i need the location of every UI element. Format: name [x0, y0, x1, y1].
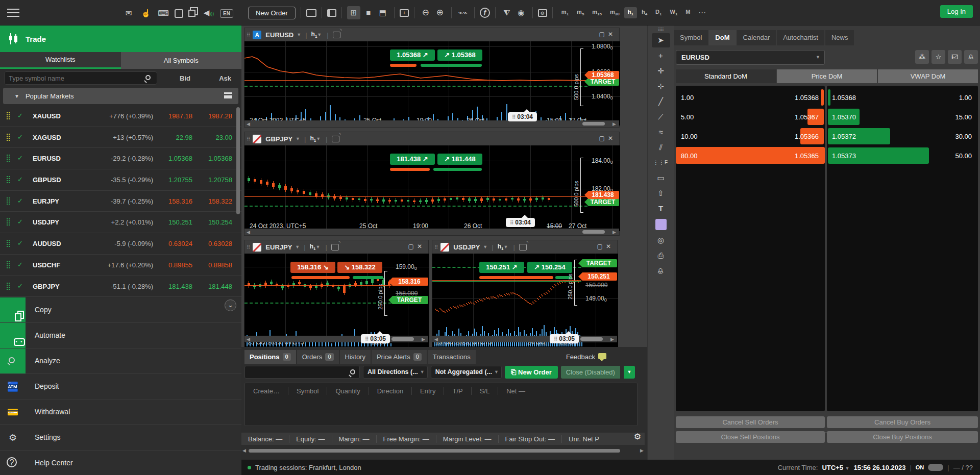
dom-buy-row[interactable]: 1.0537350.00	[827, 147, 978, 166]
timeframe-h4[interactable]: h4	[638, 7, 651, 18]
crosshair-tool-icon[interactable]: +	[652, 48, 670, 63]
close-options-dropdown[interactable]: ▼	[624, 366, 635, 379]
connection-toggle[interactable]	[928, 464, 943, 471]
watchlist-ask[interactable]: 23.00	[215, 134, 232, 141]
table-header-7[interactable]: Net —	[498, 387, 533, 395]
table-header-6[interactable]: S/L	[472, 387, 499, 395]
indicators-icon[interactable]: f	[480, 8, 490, 18]
group-header-popular-markets[interactable]: ▼ Popular Markets	[3, 88, 238, 104]
chart-timeframe[interactable]: h1	[498, 243, 504, 251]
bottom-horizontal-scrollbar[interactable]: ◀ ▶	[241, 447, 645, 454]
split-view-icon[interactable]: ⬒	[377, 7, 389, 19]
chart-timeframe[interactable]: h1	[310, 243, 316, 251]
close-disabled-button[interactable]: Close (Disabled)	[561, 366, 620, 379]
close-icon[interactable]: ✕	[606, 243, 614, 250]
watchlist-row-GBPJPY[interactable]: ✓GBPJPY-51.1 (-0.28%)181.438181.448	[0, 276, 241, 297]
dom-subtab-price-dom[interactable]: Price DoM	[777, 69, 877, 83]
watchlist-row-USDCHF[interactable]: ✓USDCHF+17.6 (+0.20%)0.898550.89858	[0, 255, 241, 276]
sell-button[interactable]: 158.316 ↘	[290, 262, 335, 273]
watchlist-scrollbar[interactable]	[236, 107, 240, 214]
chart-drag-handle-icon[interactable]: ⠿	[247, 244, 250, 250]
watchlist-row-XAUUSD[interactable]: ✓XAUUSD+776 (+0.39%)1987.181987.28	[0, 106, 241, 127]
dom-tab-calendar[interactable]: Calendar	[737, 30, 776, 45]
chart-drag-handle-icon[interactable]: ⠿	[247, 32, 250, 38]
symbol-search-input[interactable]	[4, 71, 157, 85]
timeframe-D1[interactable]: D1	[652, 7, 665, 18]
maximize-icon[interactable]: ▢	[599, 135, 608, 142]
zoom-out-icon[interactable]: ⊖	[420, 7, 432, 19]
group-menu-icon[interactable]	[224, 92, 232, 98]
dom-sell-row[interactable]: 10.001.05366	[676, 128, 825, 146]
menu-item-analyze[interactable]: Analyze	[0, 348, 241, 374]
watchlist-bid[interactable]: 1.05368	[168, 155, 192, 162]
popout-icon[interactable]	[519, 244, 527, 251]
chart-horizontal-scrollbar[interactable]: ◀▶	[432, 336, 617, 342]
chart-plot-eurjpy[interactable]: 158.316 ↘↘ 158.322159.000158.000158.316T…	[244, 254, 429, 347]
watchlist-ask[interactable]: 150.254	[208, 218, 232, 226]
mail-icon[interactable]: ✉	[122, 7, 135, 19]
language-selector[interactable]: EN	[220, 9, 233, 18]
menu-item-automate[interactable]: • •Automate	[0, 323, 241, 348]
table-header-2[interactable]: Quantity	[327, 387, 369, 395]
watchlist-ask[interactable]: 1.20758	[208, 176, 232, 184]
dom-tab-dom[interactable]: DoM	[709, 30, 736, 45]
maximize-icon[interactable]: ▢	[408, 243, 417, 250]
menu-item-settings[interactable]: ⚙Settings	[0, 425, 241, 451]
dom-tab-symbol[interactable]: Symbol	[674, 30, 708, 45]
watchlist-row-EURJPY[interactable]: ✓EURJPY-39.7 (-0.25%)158.316158.322	[0, 191, 241, 212]
dom-buy-row[interactable]: 1.053681.00	[827, 89, 978, 108]
chart-drag-handle-icon[interactable]: ⠿	[434, 244, 437, 250]
watchlist-ask[interactable]: 1.05368	[208, 155, 232, 162]
chart-horizontal-scrollbar[interactable]: ◀▶	[244, 120, 619, 127]
maximize-icon[interactable]: ▢	[599, 31, 608, 38]
snapshot-camera-icon[interactable]: ⎙	[652, 248, 670, 263]
watchlist-ask[interactable]: 0.89858	[208, 261, 232, 269]
chart-plot-gbpjpy[interactable]: 181.438 ↗↗ 181.448184.000182.000181.438T…	[244, 145, 620, 231]
table-header-4[interactable]: Entry	[412, 387, 444, 395]
drag-handle-icon[interactable]	[6, 112, 11, 121]
watchlist-bid[interactable]: 1987.18	[168, 112, 192, 120]
chart-header[interactable]: ⠿GBPJPY▼|h1▼|▢✕	[244, 132, 619, 145]
bottom-tab-history[interactable]: History	[340, 350, 371, 364]
chart-link-none-icon[interactable]	[440, 243, 449, 252]
dom-subtab-vwap-dom[interactable]: VWAP DoM	[878, 69, 978, 83]
watchlist-bid[interactable]: 181.438	[168, 283, 192, 290]
fullscreen-icon[interactable]	[175, 9, 183, 18]
watchlist-bid[interactable]: 150.251	[168, 218, 192, 226]
single-view-icon[interactable]: ■	[362, 7, 375, 19]
menu-item-withdrawal[interactable]: 💳Withdrawal	[0, 399, 241, 425]
close-buy-positions-button[interactable]: Close Buy Positions	[827, 431, 978, 443]
dom-symbol-select[interactable]: EURUSD▼	[676, 50, 825, 65]
popout-icon[interactable]	[333, 32, 340, 38]
dom-buy-row[interactable]: 1.0537015.00	[827, 108, 978, 127]
copy-windows-icon[interactable]	[188, 10, 195, 17]
cancel-sell-orders-button[interactable]: Cancel Sell Orders	[676, 416, 825, 428]
close-icon[interactable]: ✕	[608, 135, 616, 142]
buy-button[interactable]: ↘ 158.322	[337, 262, 382, 273]
menu-item-deposit[interactable]: 🏧Deposit	[0, 374, 241, 399]
drag-handle-icon[interactable]	[6, 261, 11, 270]
new-order-button-bottom[interactable]: ⎗ New Order	[505, 366, 558, 379]
chart-display-icon[interactable]	[306, 9, 316, 17]
cursor-tool-icon[interactable]: ➤	[652, 33, 670, 47]
watchlist-bid[interactable]: 0.89855	[168, 261, 192, 269]
bottom-tab-price-alerts[interactable]: Price Alerts0	[372, 350, 427, 364]
timeframe-m5[interactable]: m5	[573, 7, 587, 18]
timeframe-h1[interactable]: h1	[624, 7, 637, 18]
watchlist-ask[interactable]: 158.322	[208, 197, 232, 205]
chart-type-icon[interactable]: ⌁⌁	[457, 7, 469, 19]
cancel-buy-orders-button[interactable]: Cancel Buy Orders	[827, 416, 978, 428]
popout-icon[interactable]	[332, 136, 339, 142]
timeframe-M[interactable]: M	[682, 7, 694, 18]
bell-icon[interactable]: 🕭	[964, 50, 978, 64]
direction-filter-dropdown[interactable]: All Directions (...▼	[363, 366, 428, 379]
chart-plot-usdjpy[interactable]: 150.251 ↗↗ 150.254149.000150.000150.251T…	[432, 254, 618, 347]
watchlist-row-XAGUSD[interactable]: ✓XAGUSD+13 (+0.57%)22.9823.00	[0, 127, 241, 148]
hamburger-menu-icon[interactable]	[7, 9, 19, 17]
watchlist-bid[interactable]: 158.316	[168, 197, 192, 205]
wave-tool-icon[interactable]: ≈	[652, 125, 670, 139]
dom-sell-row[interactable]: 1.001.05368	[676, 89, 825, 108]
timezone-selector[interactable]: UTC+5 ▼	[822, 464, 849, 471]
dom-tab-news[interactable]: News	[825, 30, 854, 45]
bottom-tab-positions[interactable]: Positions0	[244, 350, 296, 364]
